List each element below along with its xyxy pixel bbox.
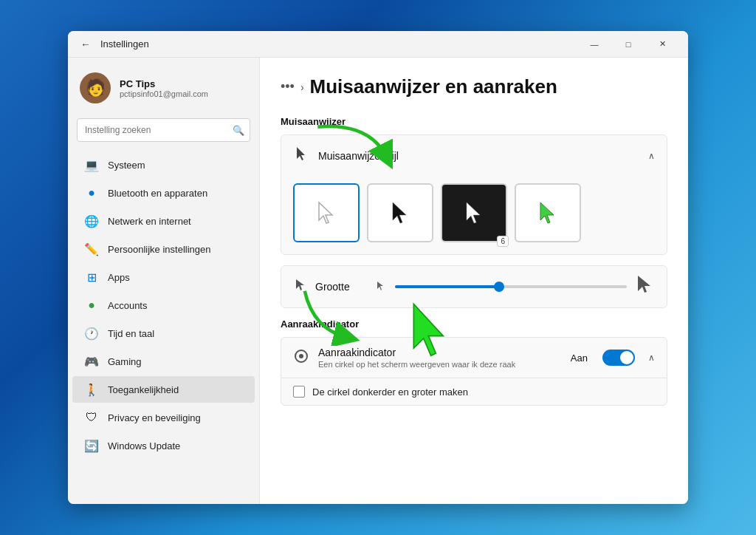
aanraakindicator-title: Aanraakindicator xyxy=(318,347,562,358)
aanraakindicator-card: Aanraakindicator Een cirkel op het scher… xyxy=(281,337,667,406)
apps-icon: ⊞ xyxy=(84,270,99,284)
accounts-icon: ● xyxy=(84,298,99,313)
aanraakindicator-sub: Een cirkel op het scherm weergeven waar … xyxy=(318,360,562,369)
persoonlijk-icon: ✏️ xyxy=(84,242,99,256)
toggle-thumb xyxy=(620,351,633,364)
sidebar-item-persoonlijk[interactable]: ✏️ Persoonlijke instellingen xyxy=(72,236,255,262)
aanraakindicator-chevron: ∧ xyxy=(648,352,655,363)
sidebar: 🧑 PC Tips pctipsinfo01@gmail.com 🔍 💻 Sys… xyxy=(68,58,260,504)
sidebar-item-accounts[interactable]: ● Accounts xyxy=(72,292,255,318)
checkbox-row: De cirkel donkerder en groter maken xyxy=(281,378,667,405)
grootte-label: Grootte xyxy=(315,281,367,293)
back-button[interactable]: ← xyxy=(77,35,94,53)
sidebar-item-gaming[interactable]: 🎮 Gaming xyxy=(72,348,255,375)
main-content: ••• › Muisaanwijzer en aanraken Muisaanw… xyxy=(260,58,688,504)
toegankelijkheid-icon: 🚶 xyxy=(84,382,99,397)
update-icon: 🔄 xyxy=(84,438,99,453)
cursor-options-row: 6 xyxy=(281,176,667,254)
sidebar-item-label-apps: Apps xyxy=(108,272,130,283)
netwerk-icon: 🌐 xyxy=(84,214,99,228)
bluetooth-icon: ● xyxy=(84,185,99,200)
titlebar: ← Instellingen — □ ✕ xyxy=(68,31,688,58)
cursor-style-icon xyxy=(293,146,309,166)
breadcrumb-chevron: › xyxy=(300,81,304,93)
sidebar-item-label-tijd: Tijd en taal xyxy=(108,328,154,339)
search-box: 🔍 xyxy=(77,118,250,142)
page-header: ••• › Muisaanwijzer en aanraken xyxy=(281,75,667,98)
size-badge: 6 xyxy=(497,236,509,247)
aanraakindicator-info: Aanraakindicator Een cirkel op het scher… xyxy=(318,347,562,369)
large-cursor-icon xyxy=(636,275,655,299)
search-input[interactable] xyxy=(77,118,250,142)
sidebar-item-toegankelijkheid[interactable]: 🚶 Toegankelijkheid xyxy=(72,376,255,403)
cursor-style-card-header[interactable]: Muisaanwijzerstijl ∧ xyxy=(281,135,667,176)
sidebar-item-label-systeem: Systeem xyxy=(108,160,145,171)
cursor-option-blackbox[interactable]: 6 xyxy=(441,183,507,242)
tijd-icon: 🕐 xyxy=(84,326,99,341)
sidebar-item-netwerk[interactable]: 🌐 Netwerk en internet xyxy=(72,208,255,234)
privacy-icon: 🛡 xyxy=(84,410,99,425)
breadcrumb-dots[interactable]: ••• xyxy=(281,79,295,95)
sidebar-item-tijd[interactable]: 🕐 Tijd en taal xyxy=(72,320,255,347)
aanraakindicator-header: Aanraakindicator Een cirkel op het scher… xyxy=(281,338,667,378)
cursor-option-black[interactable] xyxy=(367,183,433,242)
search-icon: 🔍 xyxy=(233,125,244,136)
grootte-icon xyxy=(293,279,306,295)
window-title: Instellingen xyxy=(100,38,149,50)
page-title: Muisaanwijzer en aanraken xyxy=(310,75,557,98)
user-email: pctipsinfo01@gmail.com xyxy=(120,89,208,98)
close-button[interactable]: ✕ xyxy=(645,31,679,58)
slider-container xyxy=(395,285,627,288)
sidebar-item-apps[interactable]: ⊞ Apps xyxy=(72,264,255,290)
user-info: PC Tips pctipsinfo01@gmail.com xyxy=(120,78,208,98)
window-controls: — □ ✕ xyxy=(577,31,679,58)
sidebar-item-privacy[interactable]: 🛡 Privacy en beveiliging xyxy=(72,404,255,431)
sidebar-item-label-update: Windows Update xyxy=(108,440,180,451)
muisaanwijzer-section-label: Muisaanwijzer xyxy=(281,116,667,127)
sidebar-item-label-privacy: Privacy en beveiliging xyxy=(108,412,201,423)
sidebar-item-label-netwerk: Netwerk en internet xyxy=(108,216,191,227)
avatar: 🧑 xyxy=(80,72,111,103)
user-section: 🧑 PC Tips pctipsinfo01@gmail.com xyxy=(68,67,259,115)
sidebar-item-bluetooth[interactable]: ● Bluetooth en apparaten xyxy=(72,180,255,206)
minimize-button[interactable]: — xyxy=(577,31,611,58)
grootte-row: Grootte xyxy=(281,265,667,308)
sidebar-item-label-gaming: Gaming xyxy=(108,356,142,367)
gaming-icon: 🎮 xyxy=(84,354,99,369)
svg-point-1 xyxy=(299,354,303,358)
cursor-style-title: Muisaanwijzerstijl xyxy=(318,150,639,162)
slider-thumb[interactable] xyxy=(494,282,504,292)
slider-track xyxy=(395,285,627,288)
cursor-style-chevron: ∧ xyxy=(648,151,655,161)
user-name: PC Tips xyxy=(120,78,208,89)
sidebar-item-update[interactable]: 🔄 Windows Update xyxy=(72,432,255,459)
cursor-option-custom[interactable] xyxy=(515,183,581,242)
aanraakindicator-section-label: Aanraakindicator xyxy=(281,318,667,330)
cursor-option-white[interactable] xyxy=(293,183,360,242)
sidebar-item-label-accounts: Accounts xyxy=(108,300,147,311)
sidebar-item-systeem[interactable]: 💻 Systeem xyxy=(72,151,255,178)
aanraakindicator-toggle[interactable] xyxy=(602,350,635,366)
cursor-style-card: Muisaanwijzerstijl ∧ 6 xyxy=(281,134,667,255)
sidebar-item-label-persoonlijk: Persoonlijke instellingen xyxy=(108,244,210,255)
systeem-icon: 💻 xyxy=(84,157,99,172)
small-cursor-icon xyxy=(376,281,386,293)
checkbox-label: De cirkel donkerder en groter maken xyxy=(312,386,468,398)
checkbox-cirkel[interactable] xyxy=(293,386,305,398)
sidebar-item-label-bluetooth: Bluetooth en apparaten xyxy=(108,188,207,199)
slider-fill xyxy=(395,285,499,288)
aanraakindicator-icon xyxy=(293,348,309,368)
maximize-button[interactable]: □ xyxy=(611,31,645,58)
toggle-status-label: Aan xyxy=(571,352,588,364)
sidebar-item-label-toegankelijkheid: Toegankelijkheid xyxy=(108,384,179,395)
